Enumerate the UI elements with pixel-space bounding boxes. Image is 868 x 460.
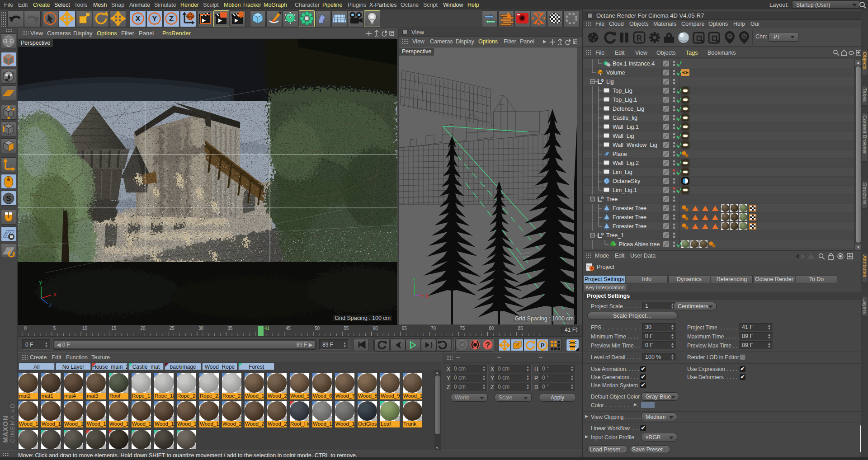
svg-text:F: F — [728, 34, 731, 39]
svg-text:X: X — [425, 293, 429, 299]
svg-text:20: 20 — [141, 326, 146, 331]
svg-text:41: 41 — [264, 326, 270, 331]
svg-text:P: P — [541, 342, 545, 349]
svg-text:R: R — [637, 34, 642, 42]
svg-text:85: 85 — [518, 326, 524, 331]
svg-text:0: 0 — [601, 78, 604, 83]
svg-text:Y: Y — [39, 280, 42, 286]
svg-text:M: M — [742, 34, 746, 39]
svg-text:25: 25 — [170, 326, 175, 331]
svg-text:X: X — [53, 292, 57, 297]
svg-text:?: ? — [486, 341, 490, 349]
svg-text:80: 80 — [489, 326, 495, 331]
svg-text:Z: Z — [169, 14, 174, 23]
svg-text:5: 5 — [53, 326, 56, 331]
svg-text:65: 65 — [402, 326, 407, 331]
svg-text:0: 0 — [24, 326, 27, 331]
svg-text:0: 0 — [601, 232, 604, 236]
svg-text:S: S — [6, 194, 11, 203]
svg-text:45: 45 — [286, 326, 291, 331]
svg-text:50: 50 — [315, 326, 320, 331]
svg-text:Z: Z — [49, 303, 52, 308]
svg-text:70: 70 — [431, 326, 436, 331]
svg-text:15: 15 — [111, 326, 117, 331]
svg-text:Y: Y — [152, 14, 157, 23]
svg-text:0: 0 — [601, 196, 604, 200]
svg-text:X: X — [135, 14, 141, 23]
svg-text:55: 55 — [344, 326, 349, 331]
svg-text:60: 60 — [373, 326, 378, 331]
svg-text:30: 30 — [198, 326, 204, 331]
svg-text:75: 75 — [460, 326, 465, 331]
svg-text:10: 10 — [82, 326, 88, 331]
svg-text:35: 35 — [227, 326, 233, 331]
svg-text:Y: Y — [412, 277, 416, 282]
